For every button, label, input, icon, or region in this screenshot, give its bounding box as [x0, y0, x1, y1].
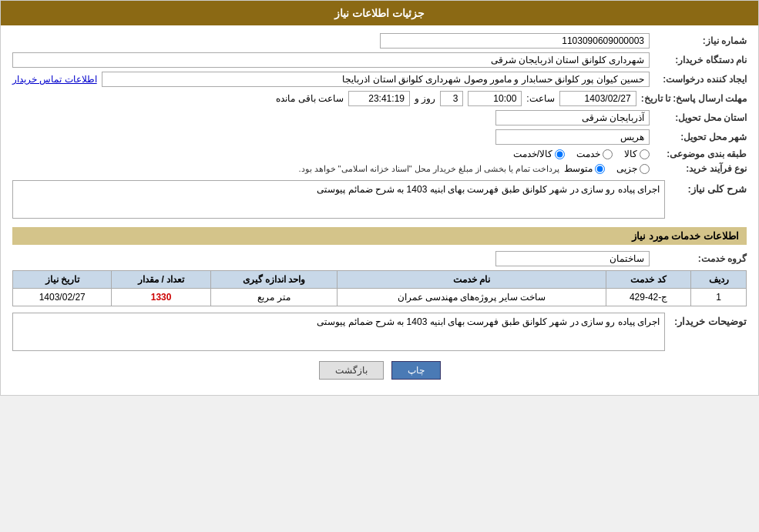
radio-khadamat[interactable]: خدمت	[576, 149, 613, 159]
mohlatErsal-saat-field: 10:00	[468, 91, 522, 106]
mohlatErsal-saat: 10:00	[493, 93, 516, 104]
back-button[interactable]: بازگشت	[319, 361, 384, 380]
mohlatErsal-rooz-label: روز و	[415, 93, 435, 104]
namDastgah-value: شهرداری کلوانق استان اذربایجان شرقی	[491, 55, 644, 65]
tozihat-label: توضیحات خریدار:	[670, 313, 747, 327]
mohlatErsal-rooz: 3	[453, 93, 458, 104]
mohlatErsal-remaining: 23:41:19	[368, 93, 405, 104]
ijadKonande-link[interactable]: اطلاعات تماس خریدار	[12, 74, 97, 85]
tabagheBandi-label: طبقه بندی موضوعی:	[654, 149, 747, 159]
shomareNiaz-field: 1103090609000003	[380, 33, 650, 49]
page-header: جزئیات اطلاعات نیاز	[1, 1, 758, 25]
ijadKonande-label: ایجاد کننده درخواست:	[654, 74, 747, 85]
col-kod: کد خدمت	[606, 271, 691, 289]
shomareNiaz-label: شماره نیاز:	[654, 35, 747, 46]
ijadKonande-value: حسین کیوان پور کلوانق حسابدار و مامور وص…	[342, 74, 644, 85]
noeFarayand-note: پرداخت تمام یا بخشی از مبلغ خریدار محل "…	[298, 164, 559, 174]
radio-kala[interactable]: کالا	[624, 149, 650, 159]
shahr-field: هریس	[495, 129, 650, 145]
mohlatErsal-label: مهلت ارسال پاسخ: تا تاریخ:	[641, 93, 747, 104]
groheKhadamat-label: گروه خدمت:	[654, 253, 747, 264]
tabagheBandi-radiogroup: کالا خدمت کالا/خدمت	[513, 149, 650, 159]
radio-kala-khadamat[interactable]: کالا/خدمت	[513, 149, 565, 159]
cell-tarikh: 1403/02/27	[13, 289, 112, 306]
cell-vahed: متر مربع	[210, 289, 337, 306]
tozihat-textarea[interactable]	[12, 313, 665, 351]
cell-kod: ج-42-429	[606, 289, 691, 306]
mohlatErsal-remaining-label: ساعت باقی مانده	[276, 93, 344, 104]
noeFarayand-radiogroup: جزیی متوسط	[564, 163, 650, 174]
ostan-field: آذربایجان شرقی	[495, 110, 650, 125]
shahr-value: هریس	[620, 132, 644, 142]
groheKhadamat-value: ساختمان	[610, 253, 644, 264]
mohlatErsal-rooz-field: 3	[440, 91, 463, 106]
namDastgah-field: شهرداری کلوانق استان اذربایجان شرقی	[12, 52, 650, 68]
radio-motavas[interactable]: متوسط	[564, 163, 605, 174]
ijadKonande-field: حسین کیوان پور کلوانق حسابدار و مامور وص…	[102, 72, 650, 87]
services-table: ردیف کد خدمت نام خدمت واحد اندازه گیری ت…	[12, 270, 747, 306]
mohlatErsal-remaining-field: 23:41:19	[348, 91, 410, 106]
table-row: 1 ج-42-429 ساخت سایر پروژه‌های مهندسی عم…	[13, 289, 747, 306]
cell-radif: 1	[691, 289, 747, 306]
mohlatErsal-date-field: 1403/02/27	[559, 91, 636, 106]
cell-nam: ساخت سایر پروژه‌های مهندسی عمران	[338, 289, 606, 306]
ostan-label: استان محل تحویل:	[654, 112, 747, 123]
print-button[interactable]: چاپ	[391, 361, 441, 380]
mohlatErsal-date: 1403/02/27	[585, 93, 631, 104]
radio-jazee[interactable]: جزیی	[616, 163, 650, 174]
ostan-value: آذربایجان شرقی	[582, 112, 644, 123]
col-radif: ردیف	[691, 271, 747, 289]
shahr-label: شهر محل تحویل:	[654, 132, 747, 142]
col-vahed: واحد اندازه گیری	[210, 271, 337, 289]
col-tedad: تعداد / مقدار	[112, 271, 210, 289]
sharhKoli-label: شرح کلی نیاز:	[670, 180, 747, 195]
shomareNiaz-value: 1103090609000003	[562, 35, 644, 46]
namDastgah-label: نام دستگاه خریدار:	[654, 55, 747, 65]
cell-tedad: 1330	[112, 289, 210, 306]
noeFarayand-label: نوع فرآیند خرید:	[654, 163, 747, 174]
mohlatErsal-saat-label: ساعت:	[526, 93, 554, 104]
button-row: چاپ بازگشت	[12, 361, 747, 380]
col-nam: نام خدمت	[338, 271, 606, 289]
section-khadamat: اطلاعات خدمات مورد نیاز	[12, 227, 747, 245]
header-title: جزئیات اطلاعات نیاز	[334, 7, 425, 19]
groheKhadamat-field: ساختمان	[495, 251, 650, 266]
sharhKoli-textarea[interactable]	[12, 180, 665, 219]
col-tarikh: تاریخ نیاز	[13, 271, 112, 289]
